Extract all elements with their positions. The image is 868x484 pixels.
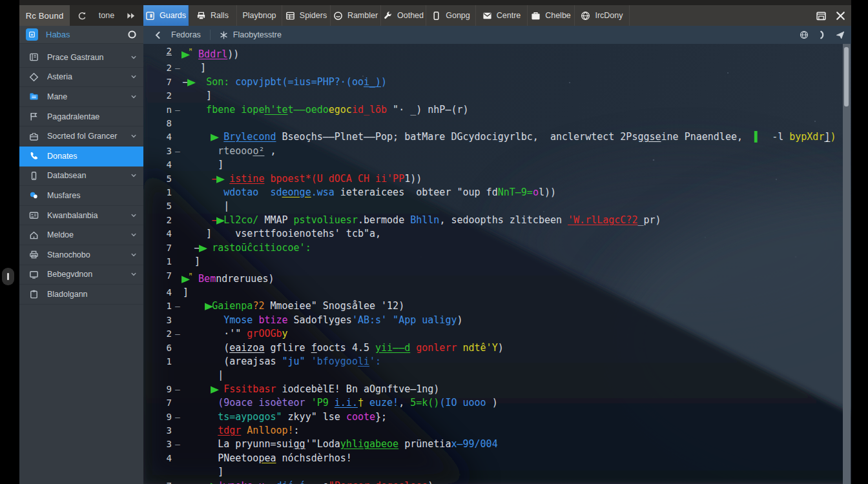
line-number: 8	[143, 117, 172, 130]
fold-marker	[172, 130, 183, 144]
tab-label: Chelbe	[545, 11, 571, 20]
line-number	[143, 465, 172, 479]
tab-label: IrcDony	[595, 11, 623, 20]
tab-rambler[interactable]: Rambler	[331, 5, 381, 26]
code-text: (eaizoa gflire foocts 4.5 yii––d gonlerr…	[183, 341, 851, 355]
breadcrumb-item[interactable]: Fedoras	[162, 30, 210, 39]
fold-marker	[172, 76, 183, 89]
sidebar-item-meldoe[interactable]: Meldoe	[19, 225, 143, 245]
fold-marker	[172, 186, 183, 199]
chevron-down-icon	[130, 252, 137, 258]
tab-centre[interactable]: Centre	[476, 5, 528, 26]
sidebar-item-bladolgann[interactable]: Bladolgann	[19, 285, 143, 305]
fold-marker: –	[172, 410, 183, 424]
fold-marker	[172, 255, 183, 268]
sidebar-item-databsean[interactable]: Databsean	[19, 166, 143, 187]
sidebar-item-label: Kwanbalanbia	[47, 211, 130, 220]
forward-double-icon[interactable]	[126, 11, 136, 21]
sidebar-item-mane[interactable]: Mane	[19, 87, 143, 107]
fold-marker	[172, 89, 183, 103]
clipboard-icon	[29, 289, 39, 299]
phone-icon	[431, 11, 441, 21]
line-number: 4	[143, 158, 172, 172]
sidebar-item-pagadralentae[interactable]: Pagadralentae	[19, 107, 143, 127]
scrollbar-thumb[interactable]	[844, 47, 849, 106]
line-number: 2	[143, 61, 172, 75]
sidebar-item-label: Bladolgann	[47, 290, 137, 299]
sidebar-item-label: Bebegvdnon	[47, 270, 130, 279]
fold-marker	[172, 199, 183, 213]
fold-marker	[172, 465, 183, 479]
tab-guards[interactable]: Guards	[143, 5, 189, 26]
sidebar-item-label: Prace Gastraun	[47, 53, 130, 62]
breadcrumb-item[interactable]: Flaobytesstre	[211, 30, 291, 39]
scrollbar-track[interactable]	[843, 44, 851, 484]
code-text: ]	[183, 465, 851, 479]
briefcase-icon	[531, 11, 541, 21]
tab-chelbe[interactable]: Chelbe	[528, 5, 575, 26]
code-text: –▶ Son: copvjpbt(=ius=PHP?·(ooi_))	[183, 76, 851, 89]
fold-marker	[172, 452, 183, 465]
panel-handle[interactable]	[2, 268, 14, 285]
code-line: ]	[143, 465, 851, 479]
line-number: 3	[143, 424, 172, 438]
line-number: 1	[143, 186, 172, 199]
sidebar-item-label: Asteria	[47, 72, 130, 81]
sidebar-item-donates[interactable]: Donates	[19, 146, 143, 166]
tab-label: Centre	[497, 11, 521, 20]
tab-playbnop[interactable]: Playbnop	[237, 5, 282, 26]
sidebar-item-musfares[interactable]: Musfares	[19, 186, 143, 206]
line-number: 1	[143, 299, 172, 313]
code-area: 2▶ᴹ Bddrl))2– ]7–▶ Son: copvjpbt(=ius=PH…	[143, 45, 851, 484]
nav-label: tone	[99, 11, 114, 20]
tab-label: Gonpg	[446, 11, 470, 20]
sidebar-item-kwanbalanbia[interactable]: Kwanbalanbia	[19, 206, 143, 226]
line-number: 1	[143, 355, 172, 368]
tab-ircdony[interactable]: IrcDony	[575, 5, 630, 26]
sidebar-item-stanochobo[interactable]: Stanochobo	[19, 245, 143, 265]
maximize-icon[interactable]	[816, 10, 827, 21]
sidebar-item-label: Stanochobo	[47, 250, 130, 259]
code-line: 2▶ᴹ Bddrl))	[143, 45, 851, 61]
sidebar-item-prace-gastraun[interactable]: Prace Gastraun	[19, 48, 143, 68]
fold-marker: –	[172, 61, 183, 75]
line-number: 4	[143, 286, 172, 299]
code-text: ]	[183, 89, 851, 103]
printer-icon	[196, 11, 206, 21]
titlebar-spacer	[630, 5, 816, 26]
ring-icon[interactable]	[127, 30, 137, 39]
back-circle-icon[interactable]	[78, 11, 87, 21]
sidebar-item-asteria[interactable]: Asteria	[19, 68, 143, 88]
line-number: 1	[143, 255, 172, 268]
sidebar-item-bebegvdnon[interactable]: Bebegvdnon	[19, 265, 143, 285]
chevron-left-icon[interactable]	[154, 31, 162, 39]
tab-gonpg[interactable]: Gonpg	[426, 5, 476, 26]
asterisk-icon	[220, 31, 228, 39]
fold-marker: –	[172, 479, 183, 484]
line-number: 3	[143, 314, 172, 327]
globe-icon[interactable]	[800, 30, 809, 39]
arc-icon[interactable]	[818, 30, 827, 39]
tab-spiders[interactable]: Spiders	[282, 5, 331, 26]
fold-marker: –	[172, 383, 183, 396]
code-text: ▶Gaienpa?2 Mmoeiee" Snogsålee '12)	[183, 299, 851, 313]
tab-oothed[interactable]: Oothed	[381, 5, 426, 26]
code-text: ]	[183, 286, 851, 299]
send-icon[interactable]	[836, 30, 845, 39]
sidebar-item-socrted-fol-grancer[interactable]: Socrted fol Grancer	[19, 126, 143, 146]
code-text: ▶ Fssitbasr iodcebèlE! Bn aOgnftve–1ng)	[183, 383, 851, 396]
code-editor[interactable]: 2▶ᴹ Bddrl))2– ]7–▶ Son: copvjpbt(=ius=PH…	[143, 44, 851, 484]
app-badge-icon[interactable]	[26, 28, 38, 41]
sidebar-header: Habas	[19, 26, 143, 44]
code-line: 7– ▶'wnoks~u, djó_ó – e"Percer dogeelooo…	[143, 479, 851, 484]
wrench-icon	[383, 11, 393, 21]
line-number	[143, 368, 172, 382]
code-line: 7 –▶ rastoūĉcitiocoe':	[143, 241, 851, 255]
fold-marker	[172, 396, 183, 410]
code-line: 4 ] vserttfooienotehs' tcb"a,	[143, 227, 851, 241]
code-line: 2 –▶Ll2co/ MMAP pstvoliuesr.bermode Bhll…	[143, 214, 851, 227]
close-icon[interactable]	[835, 10, 846, 21]
tab-ralls[interactable]: Ralls	[189, 5, 237, 26]
line-number: 7	[143, 479, 172, 484]
tab-label: Guards	[160, 11, 186, 20]
